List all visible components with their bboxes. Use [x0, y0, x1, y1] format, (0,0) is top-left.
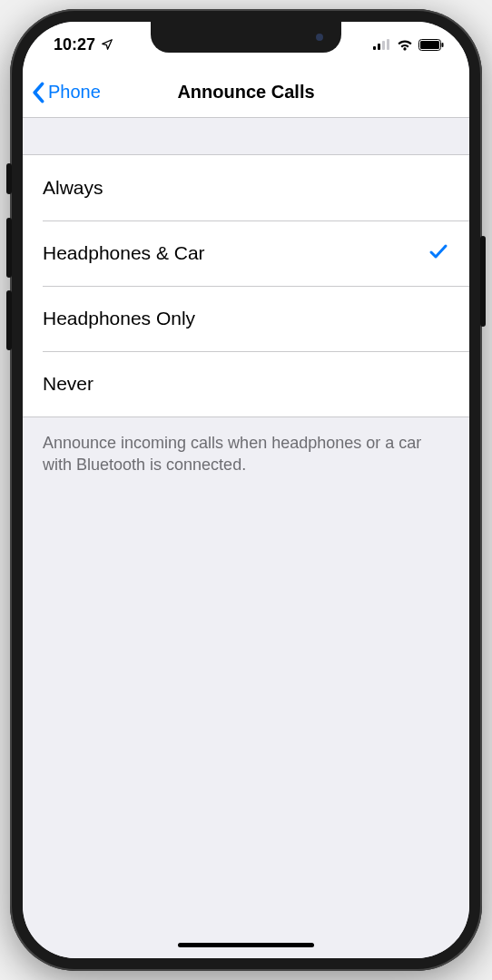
status-left: 10:27	[54, 35, 113, 54]
svg-rect-3	[387, 39, 389, 50]
checkmark-icon	[428, 240, 449, 267]
svg-rect-6	[442, 43, 444, 47]
location-icon	[101, 38, 113, 51]
option-headphones-only[interactable]: Headphones Only	[23, 286, 469, 351]
wifi-icon	[397, 39, 413, 51]
options-group: Always Headphones & Car Headphones Only …	[23, 154, 469, 417]
option-label: Always	[43, 177, 103, 199]
svg-rect-0	[373, 46, 376, 50]
back-label: Phone	[48, 82, 101, 103]
option-label: Never	[43, 373, 93, 395]
footer-description: Announce incoming calls when headphones …	[23, 417, 469, 491]
back-button[interactable]: Phone	[32, 82, 101, 103]
group-header-spacer	[23, 118, 469, 154]
screen: 10:27	[23, 22, 469, 958]
phone-frame: 10:27	[10, 9, 482, 971]
notch	[151, 22, 341, 53]
svg-rect-2	[382, 41, 385, 50]
mute-switch	[6, 163, 12, 194]
nav-bar: Phone Announce Calls	[23, 67, 469, 118]
battery-icon	[418, 39, 444, 51]
svg-rect-5	[420, 41, 439, 49]
content: Always Headphones & Car Headphones Only …	[23, 118, 469, 958]
option-headphones-car[interactable]: Headphones & Car	[23, 220, 469, 286]
chevron-left-icon	[32, 82, 46, 103]
option-always[interactable]: Always	[23, 155, 469, 220]
cellular-icon	[373, 39, 391, 50]
status-right	[373, 39, 444, 51]
power-button	[480, 236, 486, 327]
option-label: Headphones & Car	[43, 242, 205, 264]
volume-up-button	[6, 218, 12, 278]
status-time: 10:27	[54, 35, 95, 54]
volume-down-button	[6, 290, 12, 350]
home-indicator[interactable]	[178, 943, 314, 947]
svg-rect-1	[378, 44, 380, 50]
option-label: Headphones Only	[43, 308, 195, 329]
option-never[interactable]: Never	[23, 351, 469, 416]
